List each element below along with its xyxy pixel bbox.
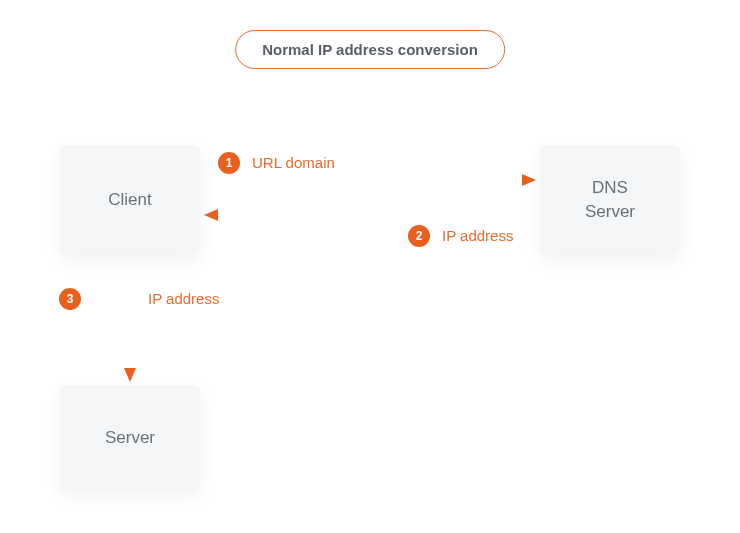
step-label-2: IP address [442,227,513,244]
step-badge-3: 3 [59,288,81,310]
step-badge-1: 1 [218,152,240,174]
node-server: Server [60,385,200,490]
node-client: Client [60,145,200,255]
diagram-canvas: Normal IP address conversion Client DNS … [0,0,740,533]
diagram-title: Normal IP address conversion [235,30,505,69]
step-label-1: URL domain [252,154,335,171]
step-badge-2: 2 [408,225,430,247]
node-dns-server: DNS Server [540,145,680,255]
step-label-3: IP address [148,290,219,307]
